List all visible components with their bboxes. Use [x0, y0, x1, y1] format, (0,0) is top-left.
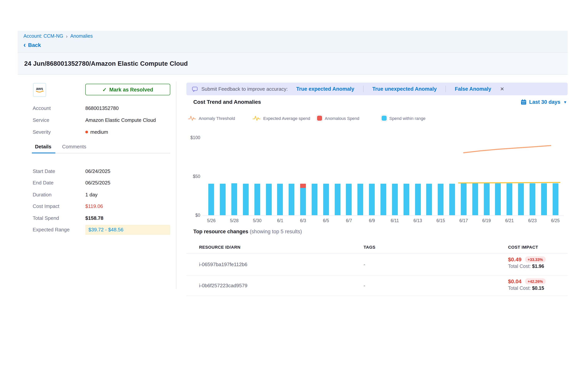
detail-label: Duration [33, 192, 85, 198]
calendar-icon [521, 99, 526, 105]
field-label: Severity [33, 129, 85, 135]
summary-fields: Account 868001352780 Service Amazon Elas… [33, 102, 171, 138]
chart-header: Cost Trend and Anomalies Last 30 days ▾ [186, 99, 568, 105]
aws-logo: aws [33, 83, 46, 97]
y-tick-50: $50 [193, 174, 200, 179]
breadcrumb-bar: Account: CCM-NG › Anomalies ‹ Back [18, 31, 568, 53]
detail-label: Total Spend [33, 215, 85, 221]
column-resource-id: RESOURCE ID/ARN [199, 245, 240, 250]
legend-label: Spend within range [389, 116, 426, 120]
detail-label: Expected Range [33, 227, 85, 233]
detail-start-date: Start Date 06/24/2025 [33, 165, 171, 177]
field-value: 868001352780 [85, 105, 119, 111]
tab-details[interactable]: Details [34, 142, 52, 153]
legend-spend-within-range: Spend within range [382, 115, 446, 122]
resource-cost-impact: $0.49 +33.33% Total Cost: $1.96 [508, 256, 546, 269]
x-tick-5/28: 5/28 [230, 218, 239, 223]
detail-value: $158.78 [85, 215, 104, 221]
details-tabs: Details Comments [33, 142, 170, 153]
page-title: 24 Jun/868001352780/Amazon Elastic Compu… [24, 60, 188, 67]
total-cost-label: Total Cost: [508, 264, 531, 269]
breadcrumb: Account: CCM-NG › Anomalies [24, 34, 562, 39]
resolve-label: Mark as Resolved [109, 87, 153, 92]
close-feedback-button[interactable]: ✕ [499, 86, 505, 92]
impact-amount: $0.04 [508, 278, 522, 284]
details-fields: Start Date 06/24/2025 End Date 06/25/202… [33, 165, 171, 236]
resource-id: i-0b6f257223cad9579 [199, 283, 248, 288]
spend-within-range-swatch [382, 116, 386, 121]
field-label: Account [33, 105, 85, 111]
x-tick-6/15: 6/15 [436, 218, 445, 223]
date-range-selector[interactable]: Last 30 days ▾ [521, 99, 566, 105]
average-line-icon [252, 115, 260, 122]
legend-anomaly-threshold: Anomaly Threshold [188, 115, 252, 122]
line-expected-average-spend [458, 182, 560, 183]
feedback-bubble-icon [192, 86, 198, 92]
field-value: Amazon Elastic Compute Cloud [85, 117, 156, 123]
breadcrumb-chevron-icon: › [66, 34, 68, 38]
x-tick-6/5: 6/5 [323, 218, 329, 223]
x-tick-5/26: 5/26 [207, 218, 216, 223]
chart-title: Cost Trend and Anomalies [193, 99, 261, 105]
caret-down-icon: ▾ [564, 100, 566, 104]
x-tick-6/19: 6/19 [482, 218, 491, 223]
detail-label: Cost Impact [33, 204, 85, 209]
field-account: Account 868001352780 [33, 102, 171, 114]
y-tick-0: $0 [195, 213, 200, 218]
aws-logo-icon: aws [34, 86, 45, 94]
detail-total-spend: Total Spend $158.78 [33, 212, 171, 224]
x-tick-6/25: 6/25 [551, 218, 560, 223]
page-header: Account: CCM-NG › Anomalies ‹ Back 24 Ju… [18, 31, 568, 74]
breadcrumb-account-link[interactable]: Account: CCM-NG [24, 34, 63, 39]
table-row[interactable]: i-0b6f257223cad9579 - $0.04 +42.26% Tota… [186, 276, 568, 296]
cost-trend-chart: $0$50$100 5/265/285/306/16/36/56/76/96/1… [186, 134, 568, 229]
severity-value: medium [90, 129, 108, 135]
detail-value: $119.06 [85, 204, 103, 209]
feedback-false-anomaly-link[interactable]: False Anomaly [455, 86, 491, 92]
detail-end-date: End Date 06/25/2025 [33, 177, 171, 189]
svg-text:aws: aws [36, 86, 43, 91]
resources-subtitle: (showing top 5 results) [250, 229, 302, 234]
breadcrumb-anomalies-link[interactable]: Anomalies [70, 34, 93, 39]
x-tick-6/1: 6/1 [277, 218, 283, 223]
feedback-true-expected-link[interactable]: True expected Anomaly [296, 86, 354, 92]
resources-title: Top resource changes (showing top 5 resu… [193, 229, 568, 234]
x-tick-5/30: 5/30 [253, 218, 262, 223]
legend-label: Anomalous Spend [325, 116, 359, 120]
table-row[interactable]: i-06597ba197fe112b6 - $0.49 +33.33% Tota… [186, 254, 568, 276]
detail-value: 1 day [85, 192, 98, 198]
x-tick-6/21: 6/21 [505, 218, 514, 223]
main-content: aws ✓ Mark as Resolved Account 868001352… [18, 74, 568, 313]
resources-table-header: RESOURCE ID/ARN TAGS COST IMPACT [186, 234, 568, 254]
x-tick-6/17: 6/17 [459, 218, 468, 223]
chart-plot [206, 134, 561, 215]
detail-expected-range: Expected Range $39.72 - $48.56 [33, 224, 171, 236]
back-label: Back [28, 42, 41, 48]
x-tick-6/9: 6/9 [369, 218, 375, 223]
tab-comments[interactable]: Comments [61, 142, 87, 153]
title-bar: 24 Jun/868001352780/Amazon Elastic Compu… [18, 53, 568, 74]
anomalous-spend-swatch [317, 116, 322, 121]
feedback-banner: Submit Feedback to improve accuracy: Tru… [186, 83, 568, 95]
close-icon: ✕ [500, 86, 504, 92]
mark-as-resolved-button[interactable]: ✓ Mark as Resolved [85, 84, 170, 95]
anomaly-details-page: Account: CCM-NG › Anomalies ‹ Back 24 Ju… [0, 0, 588, 392]
field-severity: Severity medium [33, 126, 171, 138]
x-tick-6/23: 6/23 [528, 218, 537, 223]
impact-amount: $0.49 [508, 256, 522, 262]
resource-id: i-06597ba197fe112b6 [199, 262, 247, 267]
field-label: Service [33, 117, 85, 123]
expected-range-value: $39.72 - $48.56 [85, 225, 170, 235]
impact-percent-badge: +42.26% [525, 278, 546, 284]
resources-title-text: Top resource changes [193, 229, 248, 234]
impact-percent-badge: +33.33% [525, 256, 546, 262]
back-button[interactable]: ‹ Back [24, 42, 41, 48]
column-tags: TAGS [364, 245, 376, 250]
detail-label: End Date [33, 180, 85, 186]
check-icon: ✓ [102, 87, 107, 92]
feedback-true-unexpected-link[interactable]: True unexpected Anomaly [372, 86, 437, 92]
legend-anomalous-spend: Anomalous Spend [317, 115, 382, 122]
x-tick-6/13: 6/13 [414, 218, 422, 223]
severity-badge: medium [85, 129, 108, 135]
x-tick-6/7: 6/7 [346, 218, 352, 223]
